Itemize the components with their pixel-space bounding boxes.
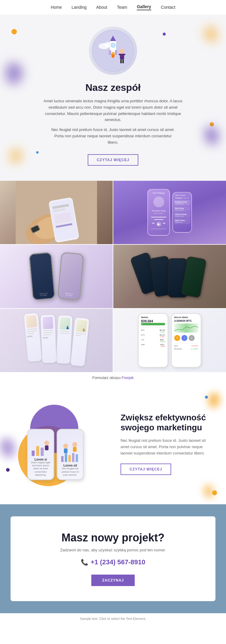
blob-purple-right (205, 126, 218, 145)
marketing-content: Zwiększ efektywność swojego marketingu N… (108, 413, 214, 475)
svg-rect-33 (41, 448, 44, 456)
svg-rect-44 (76, 454, 78, 462)
svg-rect-40 (61, 456, 64, 462)
dot-blue (36, 151, 39, 154)
dot-yellow (210, 122, 214, 126)
phone-hand-svg (16, 181, 97, 244)
svg-rect-14 (119, 54, 121, 55)
svg-point-12 (120, 49, 124, 54)
svg-rect-42 (68, 455, 71, 462)
gallery-cell-3[interactable]: iPhone 12Pro Max iPhone 12Pro Max (0, 245, 113, 308)
svg-rect-7 (115, 50, 117, 55)
marketing-section: Lorem si Dolor magna eget est lorem ipsu… (0, 384, 226, 504)
hero-read-more-button[interactable]: CZYTAJ WIĘCEJ (88, 154, 138, 166)
blob-orange-right (205, 27, 217, 42)
dot-marketing-blue (205, 396, 208, 399)
gallery-cell-1[interactable] (0, 181, 113, 244)
blob-purple-left (6, 63, 23, 84)
svg-rect-32 (36, 446, 39, 456)
hero-illustration (89, 27, 137, 75)
music-phone-secondary: Music Player Popular Recent Popular Song… (172, 192, 192, 233)
hero-body-2: Nec feugiat nisl pretium fusce id. Justo… (50, 127, 176, 145)
cta-phone-number: 📞 +1 (234) 567-8910 (23, 558, 203, 566)
gallery-cell-4[interactable] (113, 245, 226, 308)
marketing-phone-2: Lorem sit Nec feugiat nisl pretium fusce… (57, 429, 84, 480)
gallery-cell-5[interactable]: WORK WORK 👗 🪑 (0, 309, 113, 372)
gallery-caption: Formularz obrazu Freepik (0, 372, 226, 384)
svg-point-11 (112, 54, 114, 58)
svg-rect-16 (120, 60, 122, 63)
gallery-cell-6[interactable]: Wallets $39,584 ↑ BTC $8,432 +2.4% ETH (113, 309, 226, 372)
footer-note: Sample text. Click to select the Text El… (0, 613, 226, 624)
freepik-link[interactable]: Freepik (122, 376, 134, 380)
svg-point-9 (111, 43, 115, 47)
blob-orange-bottom (11, 149, 21, 163)
dot-marketing-yellow (212, 490, 217, 495)
rocket-svg (92, 30, 134, 72)
dot-orange (11, 29, 17, 34)
hero-title: Nasz zespół (85, 82, 140, 93)
svg-point-38 (72, 442, 77, 447)
svg-point-34 (44, 441, 49, 445)
nav-landing[interactable]: Landing (71, 5, 86, 10)
svg-rect-41 (65, 454, 67, 462)
svg-rect-6 (109, 50, 111, 55)
music-phone-main: Now Playing The Best SongSome Artist ⏮ ▶… (147, 189, 170, 236)
gallery-grid: Now Playing The Best SongSome Artist ⏮ ▶… (0, 181, 226, 372)
marketing-phone-1: Lorem si Dolor magna eget est lorem ipsu… (27, 429, 54, 480)
svg-rect-17 (122, 60, 124, 63)
svg-rect-35 (45, 445, 49, 450)
dot-purple-small (163, 33, 166, 36)
navigation: Home Landing About Team Gallery Contact (0, 0, 226, 14)
marketing-illustration: Lorem si Dolor magna eget est lorem ipsu… (12, 402, 108, 486)
hero-body-1: Amet luctus venenatis lectus magna fring… (41, 98, 185, 123)
svg-rect-15 (123, 54, 125, 55)
marketing-read-more-button[interactable]: CZYTAJ WIĘCEJ (121, 464, 171, 475)
nav-gallery[interactable]: Gallery (137, 4, 151, 10)
nav-about[interactable]: About (96, 5, 107, 10)
phone-icon: 📞 (81, 559, 88, 566)
nav-contact[interactable]: Contact (161, 5, 175, 10)
svg-rect-37 (64, 448, 67, 453)
svg-rect-39 (73, 447, 77, 452)
cta-section: Masz nowy projekt? Zadzwoń do nas, aby u… (0, 504, 226, 613)
marketing-title: Zwiększ efektywność swojego marketingu (121, 413, 214, 433)
nav-team[interactable]: Team (117, 5, 127, 10)
marketing-phones: Lorem si Dolor magna eget est lorem ipsu… (27, 429, 84, 480)
gallery-section: Now Playing The Best SongSome Artist ⏮ ▶… (0, 181, 226, 384)
cta-title: Masz nowy projekt? (23, 531, 203, 544)
cta-subtitle: Zadzwoń do nas, aby uzyskać szybką pomoc… (23, 548, 203, 552)
wallet-phone-1: Wallets $39,584 ↑ BTC $8,432 +2.4% ETH (138, 313, 168, 368)
dot-marketing-purple (6, 468, 10, 472)
cta-card: Masz nowy projekt? Zadzwoń do nas, aby u… (11, 516, 215, 601)
hero-section: Nasz zespół Amet luctus venenatis lectus… (0, 14, 226, 181)
nav-home[interactable]: Home (51, 5, 62, 10)
svg-rect-43 (72, 453, 74, 462)
blob-marketing-orange (208, 393, 220, 408)
gallery-cell-2[interactable]: Now Playing The Best SongSome Artist ⏮ ▶… (113, 181, 226, 244)
svg-rect-31 (32, 451, 35, 456)
svg-point-36 (63, 444, 68, 448)
cta-start-button[interactable]: ZACZYNAJ (91, 575, 135, 586)
wallet-phone-2: Bitcoin Wallet 3.529020 BTC ₿ Ξ ◎ S (171, 313, 201, 368)
marketing-body: Nec feugiat nisl pretium fusce id. Justo… (121, 438, 214, 456)
